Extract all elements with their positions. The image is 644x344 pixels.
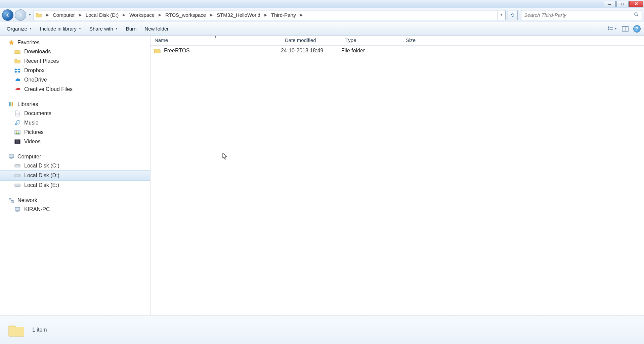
breadcrumb-item[interactable]: Workspace bbox=[128, 10, 156, 20]
favorites-label: Favorites bbox=[17, 40, 40, 46]
computer-label: Computer bbox=[17, 154, 41, 160]
help-button[interactable]: ? bbox=[633, 25, 641, 33]
close-button[interactable]: ✕ bbox=[629, 1, 643, 7]
breadcrumb-item[interactable]: Third-Party bbox=[270, 10, 297, 20]
network-icon bbox=[8, 197, 15, 204]
column-header-type[interactable]: Type bbox=[341, 36, 402, 45]
refresh-icon bbox=[510, 12, 515, 18]
tree-item-label: OneDrive bbox=[24, 77, 47, 83]
sidebar-item-documents[interactable]: Documents bbox=[0, 109, 150, 118]
onedrive-icon bbox=[14, 77, 21, 83]
sidebar-item-drive-e[interactable]: Local Disk (E:) bbox=[0, 181, 150, 190]
column-header-name[interactable]: ▲ Name bbox=[151, 36, 281, 45]
sidebar-item-downloads[interactable]: Downloads bbox=[0, 47, 150, 56]
sidebar-item-creative-cloud[interactable]: Creative Cloud Files bbox=[0, 85, 150, 94]
column-label: Date modified bbox=[285, 37, 316, 43]
breadcrumb-separator[interactable]: ▶ bbox=[76, 10, 84, 20]
sidebar-item-network-pc[interactable]: KIRAN-PC bbox=[0, 205, 150, 214]
drive-icon bbox=[14, 162, 21, 169]
tree-root-libraries[interactable]: Libraries bbox=[0, 100, 150, 109]
tree-item-label: Documents bbox=[24, 110, 51, 116]
breadcrumb-item[interactable]: STM32_HelloWorld bbox=[215, 10, 262, 20]
sidebar-item-onedrive[interactable]: OneDrive bbox=[0, 75, 150, 85]
tree-item-label: Dropbox bbox=[24, 67, 44, 73]
svg-rect-20 bbox=[9, 155, 14, 158]
folder-icon bbox=[154, 47, 161, 54]
svg-rect-18 bbox=[15, 140, 16, 144]
sidebar-item-dropbox[interactable]: Dropbox bbox=[0, 66, 150, 75]
maximize-button[interactable] bbox=[616, 1, 629, 7]
window-titlebar: ✕ bbox=[0, 0, 644, 8]
recent-locations-dropdown[interactable]: ▼ bbox=[28, 9, 32, 21]
address-dropdown[interactable]: ▼ bbox=[497, 10, 505, 20]
main-split: Favorites Downloads Recent Places Dropbo… bbox=[0, 36, 644, 315]
back-button[interactable] bbox=[2, 9, 13, 21]
share-with-button[interactable]: Share with▼ bbox=[86, 24, 121, 33]
view-options-button[interactable]: ▼ bbox=[608, 24, 617, 33]
folder-icon bbox=[35, 12, 42, 18]
tree-item-label: Music bbox=[24, 120, 38, 126]
tree-group-computer: Computer Local Disk (C:) Local Disk (D:)… bbox=[0, 152, 150, 190]
sidebar-item-drive-c[interactable]: Local Disk (C:) bbox=[0, 161, 150, 170]
forward-button[interactable] bbox=[15, 9, 26, 21]
include-label: Include in library bbox=[40, 26, 77, 32]
tree-item-label: Recent Places bbox=[24, 58, 59, 64]
file-row[interactable]: FreeRTOS 24-10-2018 18:49 File folder bbox=[151, 46, 644, 56]
column-label: Name bbox=[155, 37, 168, 43]
svg-line-3 bbox=[637, 15, 638, 16]
details-pane: 1 item bbox=[0, 315, 644, 344]
arrow-right-icon bbox=[18, 12, 23, 18]
svg-rect-28 bbox=[9, 198, 11, 200]
sidebar-item-music[interactable]: Music bbox=[0, 118, 150, 128]
tree-root-computer[interactable]: Computer bbox=[0, 152, 150, 161]
libraries-icon bbox=[8, 101, 15, 108]
file-date: 24-10-2018 18:49 bbox=[281, 48, 341, 54]
refresh-button[interactable] bbox=[508, 10, 518, 20]
recent-icon bbox=[14, 58, 21, 64]
view-icon bbox=[608, 26, 613, 32]
svg-rect-21 bbox=[10, 158, 12, 159]
sidebar-item-videos[interactable]: Videos bbox=[0, 137, 150, 146]
organize-button[interactable]: Organize▼ bbox=[3, 24, 35, 33]
file-list-pane: ▲ Name Date modified Type Size FreeRTOS … bbox=[151, 36, 644, 315]
breadcrumb-item[interactable]: Local Disk (D:) bbox=[84, 10, 120, 20]
address-bar[interactable]: ▶ Computer ▶ Local Disk (D:) ▶ Workspace… bbox=[34, 10, 506, 20]
include-in-library-button[interactable]: Include in library▼ bbox=[37, 24, 85, 33]
tree-item-label: Videos bbox=[24, 139, 41, 145]
sidebar-item-drive-d[interactable]: Local Disk (D:) bbox=[0, 170, 150, 181]
tree-root-favorites[interactable]: Favorites bbox=[0, 38, 150, 47]
svg-point-23 bbox=[19, 165, 19, 166]
navigation-pane: Favorites Downloads Recent Places Dropbo… bbox=[0, 36, 151, 315]
minimize-button[interactable] bbox=[604, 1, 616, 7]
preview-pane-button[interactable] bbox=[620, 24, 630, 33]
share-label: Share with bbox=[89, 26, 113, 32]
column-header-size[interactable]: Size bbox=[402, 36, 442, 45]
burn-button[interactable]: Burn bbox=[123, 24, 140, 33]
sidebar-item-recent-places[interactable]: Recent Places bbox=[0, 56, 150, 66]
music-icon bbox=[14, 119, 21, 126]
search-input[interactable] bbox=[524, 12, 634, 18]
breadcrumb-separator[interactable]: ▶ bbox=[207, 10, 215, 20]
breadcrumb-separator[interactable]: ▶ bbox=[262, 10, 270, 20]
breadcrumb-item[interactable]: RTOS_workspace bbox=[164, 10, 207, 20]
new-folder-label: New folder bbox=[144, 26, 169, 32]
tree-root-network[interactable]: Network bbox=[0, 196, 150, 205]
breadcrumb-item[interactable]: Computer bbox=[51, 10, 76, 20]
file-name: FreeRTOS bbox=[164, 48, 190, 54]
breadcrumb-separator[interactable]: ▶ bbox=[43, 10, 51, 20]
search-icon bbox=[634, 12, 639, 18]
column-header-date[interactable]: Date modified bbox=[281, 36, 341, 45]
new-folder-button[interactable]: New folder bbox=[141, 24, 172, 33]
search-box[interactable] bbox=[521, 10, 642, 20]
breadcrumb-separator[interactable]: ▶ bbox=[297, 10, 305, 20]
svg-point-27 bbox=[19, 185, 19, 186]
breadcrumb-separator[interactable]: ▶ bbox=[156, 10, 164, 20]
creative-cloud-icon bbox=[14, 86, 21, 93]
organize-label: Organize bbox=[7, 26, 27, 32]
tree-item-label: KIRAN-PC bbox=[24, 206, 50, 212]
svg-rect-29 bbox=[12, 201, 14, 202]
breadcrumb-separator[interactable]: ▶ bbox=[120, 10, 128, 20]
computer-icon bbox=[8, 153, 15, 160]
sidebar-item-pictures[interactable]: Pictures bbox=[0, 128, 150, 137]
dropbox-icon bbox=[14, 67, 21, 74]
